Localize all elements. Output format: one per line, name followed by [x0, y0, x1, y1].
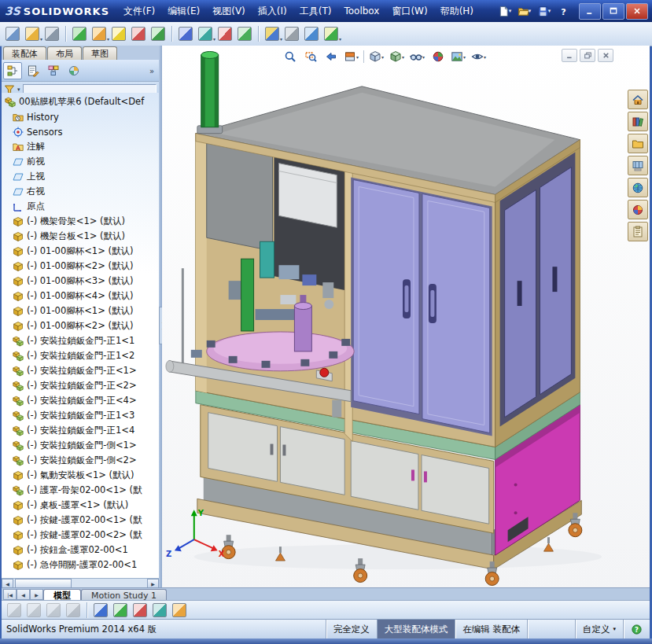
assembly-3d-model[interactable]: Y X Z	[162, 46, 650, 588]
help-icon[interactable]: ?	[554, 3, 573, 19]
status-editing-state[interactable]: 在编辑 装配体	[455, 620, 527, 638]
tree-item[interactable]: (-) 機架台板<1> (默认)	[2, 229, 159, 244]
document-minimize-button[interactable]	[562, 49, 577, 62]
lasso-selection-icon[interactable]	[151, 602, 168, 619]
assembly-features-icon[interactable]	[110, 25, 127, 42]
tree-item[interactable]: (-) 安裝拉鎖鈑金門-側<1>	[2, 438, 159, 453]
tree-item[interactable]: (-) 01-00腳杯<3> (默认)	[2, 274, 159, 289]
tab-scroll-first-button[interactable]: |◀	[3, 589, 17, 600]
propertymanager-tab[interactable]	[24, 62, 42, 79]
open-recent-icon[interactable]: ▾	[24, 25, 41, 42]
edit-appearance-icon[interactable]	[428, 49, 448, 64]
status-help-icon[interactable]: ?	[623, 620, 650, 638]
box-selection-icon[interactable]	[131, 602, 149, 619]
menu-edit[interactable]: 编辑(E)	[161, 0, 206, 22]
tab-scroll-left-button[interactable]: ◀	[17, 589, 30, 600]
tree-item[interactable]: (-) 安裝拉鎖鈑金門-側<2>	[2, 453, 159, 468]
tree-item[interactable]: (-) 護罩-骨架02-00<1> (默	[2, 483, 159, 498]
tab-model[interactable]: 模型	[43, 589, 81, 601]
menu-toolbox[interactable]: Toolbox	[337, 0, 385, 22]
status-large-assembly-mode[interactable]: 大型装配体模式	[377, 620, 455, 638]
filter-faces-icon[interactable]	[45, 602, 62, 619]
solidworks-forum-icon[interactable]	[628, 178, 648, 197]
tree-item[interactable]: (-) 安裝拉鎖鈑金門-正1<3	[2, 408, 159, 423]
tree-item[interactable]: (-) 按鍵-護罩02-00<2> (默	[2, 528, 159, 543]
filter-edges-icon[interactable]	[25, 602, 42, 619]
tree-item[interactable]: (-) 機架骨架<1> (默认)	[2, 214, 159, 229]
magnified-selection-icon[interactable]	[112, 602, 129, 619]
menu-window[interactable]: 窗口(W)	[385, 0, 433, 22]
tree-item[interactable]: (-) 按鈕盒-護罩02-00<1	[2, 543, 159, 558]
menu-view[interactable]: 视图(V)	[206, 0, 252, 22]
tree-item[interactable]: A注解	[2, 139, 159, 154]
tree-item[interactable]: (-) 01-00腳杯<1> (默认)	[2, 244, 159, 259]
toggle-selection-filter-icon[interactable]	[64, 602, 82, 619]
graphics-viewport[interactable]: Y X Z ▾▾▾▾▾▾	[162, 46, 650, 588]
tree-item[interactable]: (-) 安裝拉鎖鈑金門-正<4>	[2, 393, 159, 408]
explode-line-sketch-icon[interactable]	[283, 25, 300, 42]
close-button[interactable]	[626, 3, 648, 20]
edit-component-icon[interactable]	[303, 25, 320, 42]
configurationmanager-tab[interactable]	[44, 62, 63, 79]
tree-item[interactable]: (-) 01-00腳杯<2> (默认)	[2, 259, 159, 274]
tree-item[interactable]: 上视	[2, 169, 159, 184]
zoom-to-area-icon[interactable]	[300, 49, 320, 64]
document-restore-button[interactable]	[580, 49, 595, 62]
custom-properties-icon[interactable]	[628, 222, 648, 241]
menu-file[interactable]: 文件(F)	[117, 0, 161, 22]
solidworks-resources-icon[interactable]	[628, 90, 648, 109]
quick-snaps-icon[interactable]	[92, 602, 109, 619]
hide-show-items-icon[interactable]: ▾	[407, 49, 427, 64]
status-definition[interactable]: 完全定义	[326, 620, 377, 638]
select-over-geometry-icon[interactable]	[171, 602, 188, 619]
interference-detection-icon[interactable]	[216, 25, 234, 42]
maximize-button[interactable]	[602, 3, 624, 20]
design-library-icon[interactable]	[628, 112, 648, 131]
green-column[interactable]	[197, 51, 223, 133]
tree-root-item[interactable]: 00贴膜机苹果6 (Default<Def	[2, 94, 159, 109]
tree-item[interactable]: 原点	[2, 199, 159, 214]
tree-item[interactable]: (-) 01-00腳杯<2> (默认)	[2, 318, 159, 333]
tree-item[interactable]: History	[2, 109, 159, 124]
section-view-icon[interactable]: ▾	[341, 49, 361, 64]
tree-item[interactable]: (-) 安裝拉鎖鈑金門-正1<4	[2, 423, 159, 438]
file-explorer-icon[interactable]	[628, 134, 648, 153]
new-motion-study-icon[interactable]: ▾	[322, 25, 340, 42]
view-orientation-icon[interactable]: ▾	[367, 49, 386, 64]
tree-item[interactable]: 右视	[2, 184, 159, 199]
display-style-icon[interactable]: ▾	[387, 49, 407, 64]
tab-assembly[interactable]: 装配体	[3, 46, 46, 60]
tab-motion-study-1[interactable]: Motion Study 1	[81, 589, 167, 601]
tree-item[interactable]: (-) 桌板-護罩<1> (默认)	[2, 498, 159, 513]
tree-item[interactable]: (-) 01-00腳杯<4> (默认)	[2, 289, 159, 304]
external-references-icon[interactable]	[177, 25, 194, 42]
displaymanager-tab[interactable]	[64, 62, 83, 79]
tree-item[interactable]: (-) 安裝拉鎖鈑金門-正1<1	[2, 333, 159, 348]
tree-item[interactable]: (-) 急停開關-護罩02-00<1	[2, 558, 159, 572]
tree-item[interactable]: (-) 安裝拉鎖鈑金門-正1<2	[2, 348, 159, 363]
new-document-icon[interactable]: ▾	[495, 3, 514, 19]
tab-layout[interactable]: 布局	[47, 46, 82, 60]
tree-item[interactable]: (-) 安裝拉鎖鈑金門-正<1>	[2, 363, 159, 378]
menu-insert[interactable]: 插入(I)	[252, 0, 293, 22]
tree-item[interactable]: (-) 按鍵-護罩02-00<1> (默	[2, 513, 159, 528]
bill-of-materials-icon[interactable]	[236, 25, 253, 42]
tree-item[interactable]: Sensors	[2, 124, 159, 139]
tree-item[interactable]: (-) 安裝拉鎖鈑金門-正<2>	[2, 378, 159, 393]
tree-item[interactable]: (-) 01-00腳杯<1> (默认)	[2, 304, 159, 318]
insert-components-icon[interactable]	[4, 25, 21, 42]
apply-scene-icon[interactable]: ▾	[448, 49, 468, 64]
front-doors[interactable]	[351, 178, 492, 436]
view-palette-icon[interactable]	[628, 156, 648, 175]
filter-vertices-icon[interactable]	[6, 602, 23, 619]
smart-fasteners-icon[interactable]: ▾	[90, 25, 108, 42]
tab-scroll-right-button[interactable]: ▶	[30, 589, 43, 600]
attachments-icon[interactable]	[43, 25, 61, 42]
status-unit-system[interactable]: 自定义▾	[575, 620, 623, 638]
view-settings-icon[interactable]: ▾	[469, 49, 488, 64]
linear-component-pattern-icon[interactable]	[71, 25, 88, 42]
mate-icon[interactable]	[130, 25, 147, 42]
open-document-icon[interactable]: ▾	[515, 3, 533, 19]
menu-help[interactable]: 帮助(H)	[434, 0, 480, 22]
document-close-button[interactable]	[598, 49, 613, 62]
